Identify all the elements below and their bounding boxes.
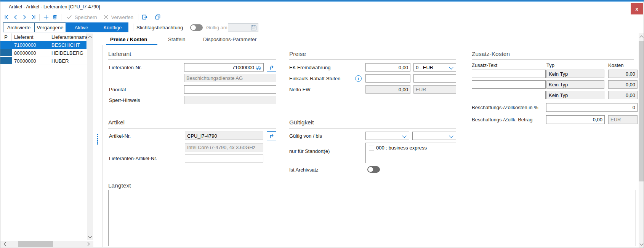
- table-row[interactable]: 80000000 HEIDELBERG: [0, 49, 87, 57]
- ek-fremdwaehrung-label: EK Fremdwährung: [289, 65, 330, 70]
- section-underline: [289, 128, 456, 129]
- scroll-down-icon[interactable]: [640, 242, 644, 246]
- section-underline: [472, 59, 634, 60]
- panel-splitter-handle[interactable]: [97, 134, 98, 145]
- artikel-beschreibung-field: Intel Core i7-4790, 4x 3.60GHz: [185, 143, 263, 151]
- column-header-lieferant[interactable]: Lieferant: [12, 33, 49, 41]
- toolbar: Speichern Verwerfen: [0, 12, 644, 22]
- toolbar-divider: [39, 14, 40, 21]
- goto-lieferant-button[interactable]: [267, 63, 276, 72]
- supplier-table: P Lieferant Lieferantenname 71000000 BES…: [0, 33, 94, 248]
- nav-prev-button[interactable]: [11, 13, 20, 22]
- check-icon: [66, 14, 73, 21]
- nav-last-button[interactable]: [29, 13, 37, 22]
- scroll-up-icon[interactable]: [88, 36, 92, 40]
- scrollbar-thumb[interactable]: [639, 41, 644, 181]
- zusatz-text-input-2[interactable]: [472, 80, 546, 89]
- filter-archivierte-button[interactable]: Archivierte: [3, 22, 35, 32]
- nav-next-button[interactable]: [20, 13, 29, 22]
- row-name-cell: HEIDELBERG: [49, 49, 87, 57]
- close-icon: x: [635, 6, 638, 12]
- zusatz-kosten-field-3: 0,00: [608, 91, 638, 99]
- gueltig-bis-dropdown[interactable]: [412, 132, 456, 140]
- netto-currency-field: EUR: [413, 85, 456, 94]
- sperr-hinweis-label: Sperr-Hinweis: [109, 97, 140, 103]
- delete-record-button[interactable]: [50, 13, 59, 22]
- ek-currency-dropdown[interactable]: 0 - EUR: [413, 63, 456, 72]
- standorte-listbox[interactable]: 000 : business express: [365, 143, 456, 163]
- tab-preise-kosten[interactable]: Preise / Kosten: [110, 37, 147, 42]
- langtext-textarea[interactable]: [108, 190, 636, 246]
- row-name-cell: HUBER: [49, 57, 87, 65]
- scrollbar-thumb[interactable]: [18, 241, 53, 247]
- gueltig-am-datefield[interactable]: [228, 23, 258, 32]
- goto-artikel-button[interactable]: [267, 131, 276, 140]
- zusatz-typ-field-2[interactable]: Kein Typ: [546, 80, 604, 89]
- form-vertical-scrollbar[interactable]: [639, 33, 644, 248]
- copy-window-button[interactable]: [153, 13, 162, 22]
- row-p-cell: [0, 57, 12, 65]
- zollbetrag-label: Beschaffungs-/Zollk. Betrag: [472, 117, 532, 122]
- artikel-nr-field: CPU_I7-4790: [185, 132, 263, 140]
- toolbar-divider: [61, 14, 61, 21]
- detail-form: Preise / Kosten Staffeln Dispositions-Pa…: [103, 33, 638, 248]
- ek-fremdwaehrung-input[interactable]: [365, 63, 410, 72]
- zusatz-text-header: Zusatz-Text: [472, 62, 497, 68]
- stichtag-toggle[interactable]: [190, 24, 203, 31]
- lieferanten-nr-value: 71000000: [232, 65, 254, 70]
- section-underline: [108, 59, 276, 60]
- filter-kuenftige-button[interactable]: Künftige: [97, 22, 128, 32]
- scroll-right-icon[interactable]: [86, 242, 90, 246]
- save-button[interactable]: Speichern: [66, 14, 97, 21]
- nav-next-icon: [21, 14, 28, 21]
- standorte-label: nur für Standort(e): [289, 148, 330, 154]
- zollbetrag-input[interactable]: [546, 115, 605, 124]
- archiv-toggle[interactable]: [367, 166, 380, 173]
- info-icon[interactable]: i: [355, 75, 362, 82]
- truck-icon: [256, 65, 261, 70]
- zollbetrag-currency-field: EUR: [608, 115, 638, 124]
- lieferant-name-field: Beschichtungsdienste AG: [184, 74, 276, 82]
- toolbar-divider: [138, 14, 138, 21]
- nav-first-button[interactable]: [2, 13, 11, 22]
- lieferanten-nr-input[interactable]: 71000000: [184, 63, 264, 72]
- zusatz-typ-field-3[interactable]: Kein Typ: [546, 91, 604, 99]
- standort-option-label[interactable]: 000 : business express: [376, 145, 427, 151]
- submit-record-button[interactable]: [140, 13, 149, 22]
- zusatz-text-input-3[interactable]: [472, 91, 546, 99]
- kosten-header: Kosten: [608, 62, 623, 68]
- table-horizontal-scrollbar[interactable]: [0, 241, 93, 247]
- column-header-lieferantenname[interactable]: Lieferantenname: [49, 33, 87, 41]
- scroll-up-icon[interactable]: [640, 36, 644, 40]
- column-header-p[interactable]: P: [0, 33, 12, 41]
- zusatz-typ-field-1[interactable]: Kein Typ: [546, 70, 604, 78]
- toolbar-divider: [151, 14, 151, 21]
- rabatt-stufe-input-2[interactable]: [413, 74, 456, 83]
- x-icon: [103, 14, 109, 21]
- zusatz-text-input-1[interactable]: [472, 70, 546, 78]
- discard-label: Verwerfen: [111, 14, 134, 20]
- standort-checkbox[interactable]: [369, 146, 374, 151]
- zollkosten-prozent-input[interactable]: [546, 103, 638, 112]
- section-title-preise: Preise: [289, 51, 306, 57]
- section-title-artikel: Artikel: [108, 119, 125, 126]
- gueltig-am-label: Gültig am: [206, 25, 227, 30]
- filter-aktive-button[interactable]: Aktive: [66, 22, 97, 32]
- table-row[interactable]: 70000000 HUBER: [0, 57, 87, 65]
- table-vertical-scrollbar[interactable]: [87, 33, 93, 240]
- tab-staffeln[interactable]: Staffeln: [168, 37, 186, 42]
- goto-arrow-icon: [269, 64, 275, 70]
- scroll-down-icon[interactable]: [88, 235, 92, 238]
- filter-vergangene-button[interactable]: Vergangene: [34, 22, 66, 32]
- discard-button[interactable]: Verwerfen: [103, 14, 134, 21]
- add-record-button[interactable]: [42, 13, 50, 22]
- scroll-left-icon[interactable]: [4, 242, 8, 246]
- rabatt-stufe-input-1[interactable]: [365, 74, 410, 83]
- lieferanten-artikel-nr-input[interactable]: [185, 154, 263, 162]
- zusatz-kosten-field-1: 0,00: [608, 70, 638, 78]
- nav-prev-icon: [12, 14, 19, 21]
- table-row[interactable]: 71000000 BESCHICHT: [0, 41, 87, 49]
- gueltig-von-dropdown[interactable]: [365, 132, 409, 140]
- prioritaet-input[interactable]: [184, 85, 276, 94]
- tab-dispositions-parameter[interactable]: Dispositions-Parameter: [203, 37, 256, 42]
